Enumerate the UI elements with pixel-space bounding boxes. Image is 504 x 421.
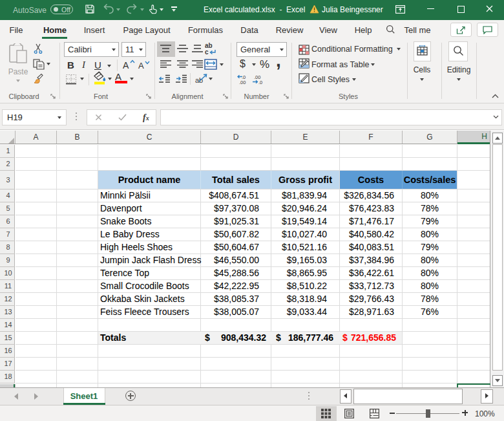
svg-text:ab: ab: [195, 76, 203, 84]
svg-text:.0: .0: [258, 80, 262, 85]
svg-text:.00: .00: [239, 80, 246, 85]
svg-text:c: c: [205, 49, 209, 56]
